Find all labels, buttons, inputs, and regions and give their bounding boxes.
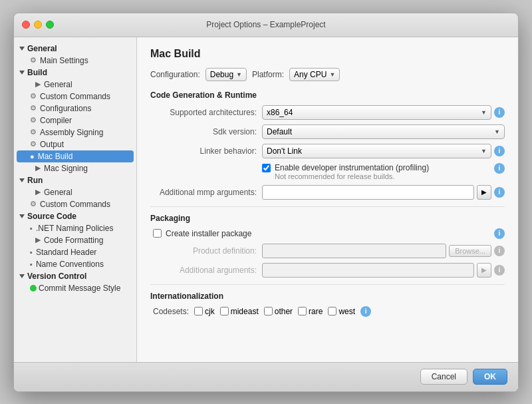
sidebar-item-main-settings-label: Main Settings (40, 56, 88, 65)
codeset-cjk-checkbox[interactable] (194, 307, 203, 315)
sidebar-item-configurations[interactable]: ⚙ Configurations (14, 102, 136, 114)
triangle-icon: ▶ (35, 188, 41, 196)
supported-arch-row: Supported architectures: x86_64 ▼ i (150, 105, 505, 120)
sidebar-item-commit-message-style-label: Commit Message Style (39, 284, 120, 293)
sidebar-section-general[interactable]: General (14, 43, 136, 55)
create-installer-row: Create installer package i (150, 228, 505, 239)
sdk-version-dropdown[interactable]: Default ▼ (262, 124, 505, 139)
expand-icon (19, 71, 25, 75)
sidebar-item-run-general[interactable]: ▶ General (14, 186, 136, 198)
linker-behavior-info-icon[interactable]: i (494, 146, 505, 156)
sidebar-item-output[interactable]: ⚙ Output (14, 138, 136, 150)
gear-icon: ⚙ (30, 200, 37, 208)
codeset-other: other (264, 307, 293, 316)
developer-instrumentation-text: Enable developer instrumentation (profil… (275, 163, 429, 180)
triangle-icon: ▶ (35, 164, 41, 172)
sdk-version-control: Default ▼ (262, 124, 505, 139)
linker-behavior-row: Linker behavior: Don't Link ▼ i (150, 144, 505, 158)
expand-icon (19, 178, 25, 182)
packaging-additional-args-input[interactable] (262, 263, 474, 278)
cancel-button[interactable]: Cancel (420, 369, 467, 385)
expand-icon (19, 47, 25, 51)
browse-button[interactable]: Browse... (449, 245, 491, 257)
supported-arch-dropdown[interactable]: x86_64 ▼ (262, 105, 491, 120)
gear-icon: ⚙ (30, 56, 37, 65)
sidebar-item-code-formatting-label: Code Formatting (44, 236, 103, 245)
sidebar-item-run-custom-commands[interactable]: ⚙ Custom Commands (14, 198, 136, 210)
sidebar-item-build-general[interactable]: ▶ General (14, 79, 136, 91)
configuration-label: Configuration: (150, 70, 200, 79)
sidebar-section-version-control[interactable]: Version Control (14, 270, 136, 282)
sidebar-item-mac-signing[interactable]: ▶ Mac Signing (14, 162, 136, 174)
content-area: General ⚙ Main Settings Build ▶ General … (14, 37, 518, 362)
additional-mmp-info-icon[interactable]: i (494, 187, 505, 198)
codeset-west-checkbox[interactable] (328, 307, 336, 315)
sidebar-item-net-naming[interactable]: ▪ .NET Naming Policies (14, 222, 136, 234)
dropdown-arrow: ▼ (494, 128, 500, 135)
sidebar-item-output-label: Output (40, 140, 64, 149)
additional-mmp-input[interactable] (262, 185, 474, 200)
sidebar-item-standard-header[interactable]: ▪ Standard Header (14, 246, 136, 258)
configuration-value: Debug (210, 70, 233, 79)
codesets-row: Codesets: cjk mideast other rare (150, 306, 505, 317)
create-installer-checkbox[interactable] (153, 229, 162, 238)
supported-arch-info-icon[interactable]: i (494, 107, 505, 118)
sidebar-section-run-label: Run (27, 176, 43, 185)
sidebar-item-custom-commands[interactable]: ⚙ Custom Commands (14, 91, 136, 102)
sidebar-item-code-formatting[interactable]: ▶ Code Formatting (14, 234, 136, 246)
sidebar-item-commit-message-style[interactable]: Commit Message Style (14, 282, 136, 294)
sidebar-item-name-conventions[interactable]: ▪ Name Conventions (14, 258, 136, 270)
sidebar-section-source-code[interactable]: Source Code (14, 210, 136, 222)
sidebar-item-name-conventions-label: Name Conventions (36, 260, 104, 269)
additional-mmp-run-button[interactable]: ▶ (477, 185, 491, 200)
sidebar-item-mac-signing-label: Mac Signing (44, 164, 88, 173)
sidebar-item-run-custom-commands-label: Custom Commands (40, 200, 110, 209)
codeset-rare-checkbox[interactable] (298, 307, 307, 315)
gear-icon: ⚙ (30, 140, 37, 148)
configuration-dropdown[interactable]: Debug ▼ (205, 68, 247, 81)
sidebar-item-configurations-label: Configurations (40, 104, 91, 113)
maximize-button[interactable] (46, 21, 54, 29)
linker-behavior-value: Don't Link (267, 146, 302, 156)
packaging-run-button[interactable]: ▶ (477, 263, 491, 278)
codeset-rare: rare (298, 307, 323, 316)
sidebar-section-run[interactable]: Run (14, 174, 136, 186)
sidebar-item-mac-build[interactable]: ● Mac Build (17, 150, 134, 162)
dropdown-arrow: ▼ (329, 71, 335, 78)
developer-instrumentation-checkbox[interactable] (262, 164, 271, 172)
developer-instrumentation-info-icon[interactable]: i (494, 163, 505, 174)
codeset-rare-label: rare (309, 307, 323, 316)
close-button[interactable] (22, 21, 30, 29)
box-icon: ▪ (30, 260, 33, 268)
sidebar-section-build[interactable]: Build (14, 67, 136, 79)
gear-icon: ⚙ (30, 104, 37, 112)
sidebar-item-run-general-label: General (44, 188, 72, 197)
linker-behavior-label: Linker behavior: (150, 146, 257, 156)
product-definition-input[interactable] (262, 244, 446, 258)
additional-mmp-row: Additional mmp arguments: ▶ i (150, 185, 505, 200)
sidebar-section-source-code-label: Source Code (27, 212, 76, 221)
minimize-button[interactable] (34, 21, 42, 29)
create-installer-info-icon[interactable]: i (494, 228, 505, 239)
packaging-section-title: Packaging (150, 214, 505, 223)
codesets-info-icon[interactable]: i (360, 306, 371, 317)
codeset-mideast-checkbox[interactable] (220, 307, 229, 315)
footer: Cancel OK (14, 362, 518, 391)
linker-behavior-dropdown[interactable]: Don't Link ▼ (262, 144, 491, 158)
sidebar-item-main-settings[interactable]: ⚙ Main Settings (14, 55, 136, 67)
page-title: Mac Build (150, 48, 505, 60)
packaging-additional-args-label: Additional arguments: (150, 266, 257, 275)
divider-1 (150, 206, 505, 207)
sidebar-section-build-label: Build (27, 68, 47, 77)
window-title: Project Options – ExampleProject (206, 20, 325, 29)
codeset-other-checkbox[interactable] (264, 307, 273, 315)
codeset-mideast-label: mideast (231, 307, 259, 316)
platform-dropdown[interactable]: Any CPU ▼ (289, 68, 340, 81)
sidebar-item-assembly-signing[interactable]: ⚙ Assembly Signing (14, 126, 136, 138)
green-dot-icon (30, 285, 37, 292)
supported-arch-label: Supported architectures: (150, 108, 257, 117)
ok-button[interactable]: OK (473, 369, 507, 385)
sidebar-item-compiler[interactable]: ⚙ Compiler (14, 114, 136, 126)
product-definition-control: Browse... i (262, 244, 505, 258)
dev-instrumentation-sublabel: Not recommended for release builds. (275, 172, 429, 180)
